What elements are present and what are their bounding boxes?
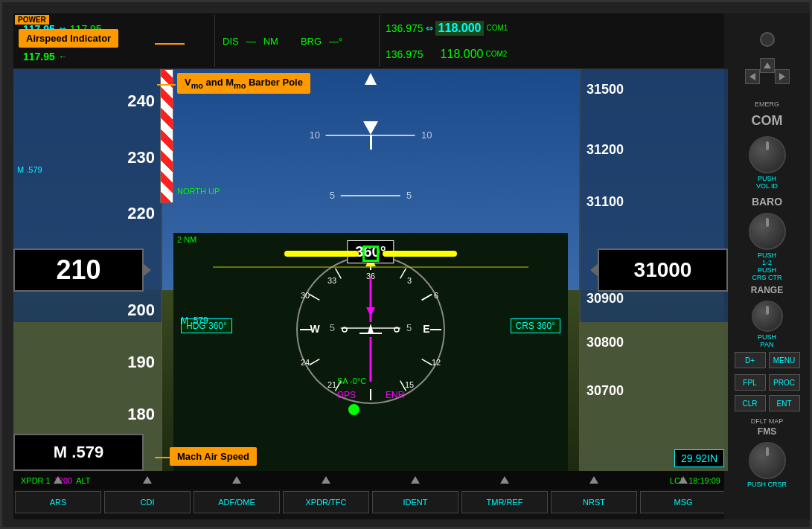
sk-arrow-1[interactable] <box>13 476 103 484</box>
dpad-left-btn[interactable] <box>745 69 760 84</box>
range-knob[interactable] <box>752 301 783 332</box>
power-label: POWER <box>15 15 49 25</box>
callout-airspeed-line <box>155 43 185 45</box>
airspeed-num-200: 200 <box>127 301 155 320</box>
softkey-ident[interactable]: IDENT <box>372 491 458 513</box>
airspeed-num-220: 220 <box>127 204 155 223</box>
com2-row: 136.975 118.000 COM2 <box>386 41 722 67</box>
com1-row: 136.975 ⇔ 118.000 COM1 <box>386 15 722 41</box>
up-arrow-8 <box>679 476 688 484</box>
sa-temp-value: SA -0°C <box>337 376 366 385</box>
ent-button[interactable]: ENT <box>769 395 800 411</box>
airspeed-tape: 240 230 220 210 200 190 180 M .579 M .57… <box>13 69 173 471</box>
dpad-control[interactable] <box>745 58 790 95</box>
up-arrow-1 <box>54 476 63 484</box>
sk-arrow-7[interactable] <box>549 476 639 484</box>
hsi-area: 360° 36 3 <box>173 233 568 471</box>
svg-text:E: E <box>423 323 429 335</box>
waypoint-line <box>370 135 372 150</box>
pitch-bar-5 <box>341 195 400 196</box>
baro-knob[interactable] <box>749 213 786 250</box>
fms-knob[interactable] <box>749 442 786 479</box>
altitude-current-box: 31000 <box>598 249 728 292</box>
softkey-msg[interactable]: MSG <box>640 491 726 513</box>
softkey-cdi[interactable]: CDI <box>104 491 191 513</box>
sk-arrow-8[interactable] <box>639 476 728 484</box>
baro-value: 29.92IN <box>681 452 717 464</box>
push-1-2-label: PUSH1-2 <box>758 251 776 266</box>
sk-arrow-3[interactable] <box>192 476 281 484</box>
push-crs-ctr-label: PUSHCRS CTR <box>752 266 782 281</box>
outer-bezel: POWER 117.95 ⇔ 117.95 117.95 ← DIS — <box>0 0 812 529</box>
svg-text:33: 33 <box>327 276 336 285</box>
button-row-1: D+ MENU <box>735 352 800 368</box>
horizon-line <box>213 266 528 268</box>
sk-arrow-2[interactable] <box>103 476 192 484</box>
button-row-2: FPL PROC <box>735 374 800 391</box>
airspeed-num-180: 180 <box>127 405 155 424</box>
alt-num-30800: 30800 <box>586 335 624 350</box>
callout-mach-text: Mach Air Speed <box>177 451 249 462</box>
softkey-tmrref[interactable]: TMR/REF <box>461 491 548 513</box>
callout-airspeed-indicator: Airspeed Indicator <box>19 29 118 48</box>
com1-active: 118.000 <box>435 21 485 36</box>
clr-button[interactable]: CLR <box>735 395 766 411</box>
right-wing <box>383 251 457 257</box>
menu-button[interactable]: MENU <box>769 352 800 368</box>
softkey-adfdme[interactable]: ADF/DME <box>194 491 280 513</box>
softkey-arrows-top <box>13 476 728 484</box>
range-label: RANGE <box>751 285 783 295</box>
up-arrow-6 <box>500 476 509 484</box>
left-wing <box>284 251 359 257</box>
com-knob[interactable] <box>749 136 786 173</box>
softkey-ars[interactable]: ARS <box>15 491 101 513</box>
callout-vmo-mmo: Vmo and Mmo Barber Pole <box>177 73 310 94</box>
alt-num-30700: 30700 <box>586 383 624 399</box>
crs-label: CRS 360° <box>516 321 556 331</box>
softkey-xpdrtfc[interactable]: XPDR/TFC <box>283 491 369 513</box>
nav2-arrow: ← <box>59 51 68 62</box>
alt-num-30900: 30900 <box>586 290 624 306</box>
top-bar: POWER 117.95 ⇔ 117.95 117.95 ← DIS — <box>13 13 728 69</box>
waypoint-marker <box>363 121 378 150</box>
svg-line-14 <box>310 359 320 365</box>
d-plus-button[interactable]: D+ <box>735 352 766 368</box>
com1-arrow: ⇔ <box>426 23 433 33</box>
proc-button[interactable]: PROC <box>769 374 800 391</box>
com1-standby: 136.975 <box>386 22 423 34</box>
airspeed-pointer <box>142 263 151 278</box>
flight-display: 240 230 220 210 200 190 180 M .579 M .57… <box>13 69 728 471</box>
svg-text:15: 15 <box>405 380 414 389</box>
sk-arrow-6[interactable] <box>460 476 549 484</box>
pitch-mark-5down: 5 5 <box>330 322 412 333</box>
dpad-right-btn[interactable] <box>775 69 790 84</box>
status-light <box>760 32 775 47</box>
mach-annunciator-value: M .579 <box>17 165 42 174</box>
pitch-label-5-right: 5 <box>406 190 412 201</box>
mach-speed-value: M .579 <box>54 443 103 462</box>
mach-annunciator: M .579 <box>13 162 159 177</box>
dpad-up-btn[interactable] <box>760 58 775 73</box>
dist-nm-label: 2 NM <box>177 235 196 244</box>
altitude-tape: 31500 31200 31100 31000 30900 30800 3070… <box>568 69 728 471</box>
com2-active: 118.000 <box>441 48 484 61</box>
aircraft-symbol <box>284 246 457 262</box>
sa-temp: SA -0°C <box>337 376 366 385</box>
right-panel: EMERG COM PUSHVOL ID BARO PUSH1-2 PUSHCR… <box>724 13 810 519</box>
fpl-button[interactable]: FPL <box>735 374 766 391</box>
sk-arrow-4[interactable] <box>281 476 371 484</box>
softkey-ars-label: ARS <box>50 498 67 507</box>
dis-brg-row: DIS — NM BRG —° <box>223 36 371 47</box>
emerg-label: EMERG <box>755 100 779 108</box>
gps-label: GPS <box>337 390 356 400</box>
pitch-label-10-right: 10 <box>421 129 432 141</box>
button-row-3: CLR ENT <box>735 395 800 411</box>
callout-vmo-line <box>157 84 176 86</box>
svg-line-12 <box>310 295 320 301</box>
up-arrow-5 <box>411 476 420 484</box>
altitude-pointer <box>590 263 599 278</box>
svg-text:30: 30 <box>301 291 310 300</box>
sk-arrow-5[interactable] <box>371 476 460 484</box>
softkey-nrst[interactable]: NRST <box>551 491 637 513</box>
dis-dash: — <box>246 36 256 47</box>
